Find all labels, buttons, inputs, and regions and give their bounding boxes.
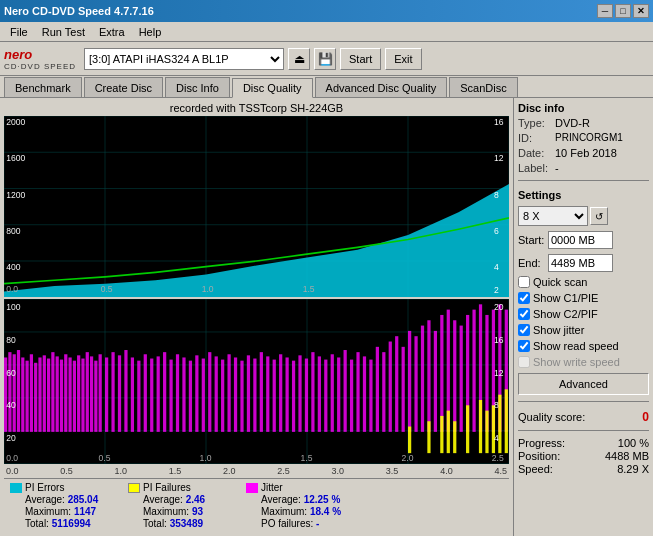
svg-rect-123: [472, 310, 475, 432]
svg-rect-106: [363, 357, 366, 432]
jitter-po-failures-value: -: [316, 518, 319, 529]
tab-disc-info[interactable]: Disc Info: [165, 77, 230, 97]
jitter-max-label: Maximum:: [261, 506, 307, 517]
minimize-button[interactable]: ─: [597, 4, 613, 18]
disc-date-value: 10 Feb 2018: [555, 147, 617, 159]
app-title: Nero CD-DVD Speed 4.7.7.16: [4, 5, 154, 17]
quality-score-value: 0: [642, 410, 649, 424]
progress-label: Progress:: [518, 437, 565, 449]
svg-rect-133: [453, 421, 456, 453]
drive-selector[interactable]: [3:0] ATAPI iHAS324 A BL1P: [84, 48, 284, 70]
pi-errors-total-value: 5116994: [52, 518, 91, 529]
start-button[interactable]: Start: [340, 48, 381, 70]
start-row: Start:: [518, 231, 649, 249]
svg-text:80: 80: [6, 335, 16, 345]
advanced-button[interactable]: Advanced: [518, 373, 649, 395]
refresh-icon[interactable]: ↺: [590, 207, 608, 225]
show-c2pif-label: Show C2/PIF: [533, 308, 598, 320]
tab-bar: Benchmark Create Disc Disc Info Disc Qua…: [0, 76, 653, 98]
svg-rect-82: [208, 352, 211, 432]
svg-rect-47: [21, 358, 24, 432]
svg-rect-85: [227, 355, 230, 433]
bottom-chart: 20 16 12 8 4 100 80 60 40 20 0.0 0.5 1.0…: [4, 299, 509, 464]
menu-file[interactable]: File: [4, 24, 34, 40]
svg-rect-112: [402, 347, 405, 432]
svg-text:4: 4: [494, 262, 499, 272]
tab-create-disc[interactable]: Create Disc: [84, 77, 163, 97]
disc-id-value: PRINCORGM1: [555, 132, 623, 144]
speed-row: 8 X ↺: [518, 206, 649, 226]
svg-text:0.5: 0.5: [101, 283, 113, 293]
svg-rect-69: [124, 350, 127, 432]
svg-rect-55: [56, 357, 59, 432]
svg-rect-111: [395, 336, 398, 432]
position-label: Position:: [518, 450, 560, 462]
disc-type-value: DVD-R: [555, 117, 590, 129]
svg-rect-98: [311, 352, 314, 432]
settings-title: Settings: [518, 189, 649, 201]
menu-run-test[interactable]: Run Test: [36, 24, 91, 40]
tab-scan-disc[interactable]: ScanDisc: [449, 77, 517, 97]
show-c1pie-checkbox[interactable]: [518, 292, 530, 304]
svg-text:1.0: 1.0: [200, 453, 212, 463]
svg-rect-113: [408, 331, 411, 432]
jitter-title: Jitter: [261, 482, 283, 493]
close-button[interactable]: ✕: [633, 4, 649, 18]
svg-rect-79: [189, 361, 192, 432]
pi-errors-color: [10, 483, 22, 493]
svg-rect-75: [163, 352, 166, 432]
show-c1pie-row: Show C1/PIE: [518, 292, 649, 304]
quick-scan-checkbox[interactable]: [518, 276, 530, 288]
svg-rect-132: [447, 411, 450, 454]
svg-text:16: 16: [494, 117, 504, 127]
svg-rect-95: [292, 361, 295, 432]
pi-errors-max-value: 1147: [74, 506, 96, 517]
nero-product: CD·DVD SPEED: [4, 62, 76, 71]
exit-button[interactable]: Exit: [385, 48, 421, 70]
end-input[interactable]: [548, 254, 613, 272]
svg-rect-107: [369, 360, 372, 432]
svg-text:20: 20: [494, 302, 504, 312]
divider-2: [518, 401, 649, 402]
menu-help[interactable]: Help: [133, 24, 168, 40]
maximize-button[interactable]: □: [615, 4, 631, 18]
show-c2pif-row: Show C2/PIF: [518, 308, 649, 320]
tab-advanced-disc-quality[interactable]: Advanced Disc Quality: [315, 77, 448, 97]
svg-rect-84: [221, 360, 224, 432]
svg-rect-70: [131, 358, 134, 432]
legend-pi-failures: PI Failures Average: 2.46 Maximum: 93 To…: [128, 482, 238, 529]
svg-rect-46: [17, 350, 20, 432]
svg-rect-66: [105, 358, 108, 432]
show-c1pie-label: Show C1/PIE: [533, 292, 598, 304]
show-write-speed-label: Show write speed: [533, 356, 620, 368]
speed-selector[interactable]: 8 X: [518, 206, 588, 226]
svg-text:8: 8: [494, 401, 499, 411]
tab-benchmark[interactable]: Benchmark: [4, 77, 82, 97]
svg-rect-88: [247, 356, 250, 433]
show-c2pif-checkbox[interactable]: [518, 308, 530, 320]
divider-3: [518, 430, 649, 431]
divider-1: [518, 180, 649, 181]
chart-area: recorded with TSSTcorp SH-224GB: [0, 98, 513, 536]
svg-text:60: 60: [6, 368, 16, 378]
svg-rect-58: [68, 358, 71, 432]
eject-icon[interactable]: ⏏: [288, 48, 310, 70]
start-input[interactable]: [548, 231, 613, 249]
svg-rect-120: [453, 320, 456, 432]
svg-rect-99: [318, 357, 321, 432]
svg-rect-86: [234, 358, 237, 432]
tab-disc-quality[interactable]: Disc Quality: [232, 78, 313, 98]
disc-type-row: Type: DVD-R: [518, 117, 649, 129]
show-read-speed-checkbox[interactable]: [518, 340, 530, 352]
svg-rect-116: [427, 320, 430, 432]
top-chart: 16 12 8 6 4 2 2000 1600 1200 800 400 0.0…: [4, 116, 509, 297]
pi-failures-avg-label: Average:: [143, 494, 183, 505]
show-jitter-checkbox[interactable]: [518, 324, 530, 336]
svg-rect-44: [8, 352, 11, 432]
svg-rect-100: [324, 360, 327, 432]
svg-rect-118: [440, 315, 443, 432]
menu-extra[interactable]: Extra: [93, 24, 131, 40]
svg-rect-135: [479, 400, 482, 453]
save-icon[interactable]: 💾: [314, 48, 336, 70]
svg-text:20: 20: [6, 434, 16, 444]
